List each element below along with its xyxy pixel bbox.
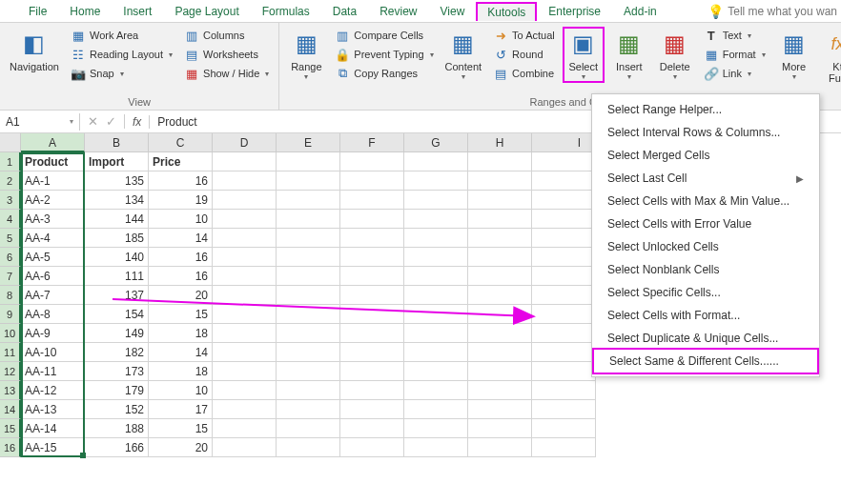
content-button[interactable]: ▦ Content▾	[441, 27, 486, 83]
menu-item[interactable]: Select Cells with Max & Min Value...	[592, 190, 819, 212]
cell[interactable]	[468, 343, 532, 362]
cell[interactable]: 16	[149, 248, 213, 267]
cell[interactable]: 18	[149, 324, 213, 343]
cell[interactable]	[404, 229, 468, 248]
cell[interactable]	[340, 362, 404, 381]
cell[interactable]	[340, 438, 404, 457]
cell[interactable]	[532, 210, 596, 229]
cell[interactable]: AA-12	[21, 381, 85, 400]
col-header-h[interactable]: H	[468, 133, 532, 152]
cell[interactable]: AA-8	[21, 305, 85, 324]
name-box[interactable]: A1 ▾	[0, 113, 80, 131]
cell[interactable]	[213, 248, 277, 267]
cell[interactable]	[404, 362, 468, 381]
tell-me-search[interactable]: 💡 Tell me what you wan	[708, 4, 841, 19]
cell[interactable]	[468, 305, 532, 324]
menu-item[interactable]: Select Range Helper...	[592, 98, 819, 121]
cell[interactable]	[532, 362, 596, 381]
menu-item[interactable]: Select Interval Rows & Columns...	[592, 121, 819, 144]
cell[interactable]	[532, 248, 596, 267]
cell[interactable]: 152	[85, 400, 149, 419]
cell[interactable]	[468, 400, 532, 419]
cell[interactable]: 14	[149, 343, 213, 362]
cell[interactable]: AA-3	[21, 210, 85, 229]
cell[interactable]	[404, 267, 468, 286]
cell[interactable]: 14	[149, 229, 213, 248]
cell[interactable]: AA-6	[21, 267, 85, 286]
menu-item[interactable]: Select Duplicate & Unique Cells...	[592, 327, 819, 350]
cell[interactable]: Price	[149, 152, 213, 171]
cell[interactable]	[213, 343, 277, 362]
col-header-a[interactable]: A	[21, 133, 85, 152]
compare-cells-button[interactable]: ▥Compare Cells	[331, 27, 437, 44]
snap-button[interactable]: 📷Snap▾	[67, 65, 176, 82]
cell[interactable]	[340, 343, 404, 362]
cell[interactable]	[213, 305, 277, 324]
menu-item[interactable]: Select Specific Cells...	[592, 281, 819, 304]
row-header[interactable]: 8	[0, 286, 21, 305]
tab-enterprise[interactable]: Enterprise	[537, 1, 612, 22]
cell[interactable]	[277, 381, 340, 400]
cell[interactable]: 173	[85, 362, 149, 381]
cell[interactable]	[404, 248, 468, 267]
cell[interactable]: 15	[149, 305, 213, 324]
cell[interactable]	[277, 438, 340, 457]
cell[interactable]: 18	[149, 362, 213, 381]
cell[interactable]	[213, 400, 277, 419]
cell[interactable]	[404, 343, 468, 362]
cell[interactable]	[532, 419, 596, 438]
cell[interactable]	[404, 305, 468, 324]
cell[interactable]: 134	[85, 191, 149, 210]
cell[interactable]: 179	[85, 381, 149, 400]
select-all-corner[interactable]	[0, 133, 21, 152]
cell[interactable]	[340, 191, 404, 210]
cell[interactable]	[277, 343, 340, 362]
col-header-c[interactable]: C	[149, 133, 213, 152]
menu-item[interactable]: Select Last Cell▶	[592, 167, 819, 190]
select-button[interactable]: ▣ Select▾	[563, 27, 605, 83]
cell[interactable]	[277, 400, 340, 419]
cell[interactable]: AA-2	[21, 191, 85, 210]
cell[interactable]	[340, 324, 404, 343]
cell[interactable]	[340, 152, 404, 171]
cell[interactable]: AA-11	[21, 362, 85, 381]
row-header[interactable]: 14	[0, 400, 21, 419]
cell[interactable]	[213, 438, 277, 457]
cell[interactable]	[404, 152, 468, 171]
cell[interactable]	[468, 381, 532, 400]
cell[interactable]	[532, 381, 596, 400]
cell[interactable]	[340, 210, 404, 229]
cell[interactable]	[532, 286, 596, 305]
cell[interactable]: 20	[149, 286, 213, 305]
cell[interactable]	[532, 324, 596, 343]
cell[interactable]	[404, 419, 468, 438]
worksheets-button[interactable]: ▤Worksheets	[180, 46, 273, 63]
cell[interactable]	[532, 191, 596, 210]
cell[interactable]	[213, 324, 277, 343]
cell[interactable]	[340, 305, 404, 324]
cell[interactable]: 16	[149, 171, 213, 191]
cell[interactable]	[468, 191, 532, 210]
round-button[interactable]: ↺Round	[489, 46, 559, 63]
cell[interactable]	[340, 171, 404, 191]
cell[interactable]: 149	[85, 324, 149, 343]
cell[interactable]	[213, 381, 277, 400]
cell[interactable]	[277, 324, 340, 343]
show-hide-button[interactable]: ▦Show / Hide▾	[180, 65, 273, 82]
cell[interactable]	[468, 210, 532, 229]
more-button[interactable]: ▦ More▾	[773, 27, 815, 83]
row-header[interactable]: 5	[0, 229, 21, 248]
cell[interactable]	[468, 171, 532, 191]
fx-button[interactable]: fx	[125, 115, 150, 129]
col-header-d[interactable]: D	[213, 133, 277, 152]
cell[interactable]: AA-9	[21, 324, 85, 343]
combine-button[interactable]: ▤Combine	[489, 65, 559, 82]
row-header[interactable]: 11	[0, 343, 21, 362]
cell[interactable]	[468, 438, 532, 457]
cell[interactable]	[277, 286, 340, 305]
cell[interactable]	[468, 229, 532, 248]
cell[interactable]: 19	[149, 191, 213, 210]
cell[interactable]: 137	[85, 286, 149, 305]
cell[interactable]	[404, 171, 468, 191]
cell[interactable]	[277, 191, 340, 210]
